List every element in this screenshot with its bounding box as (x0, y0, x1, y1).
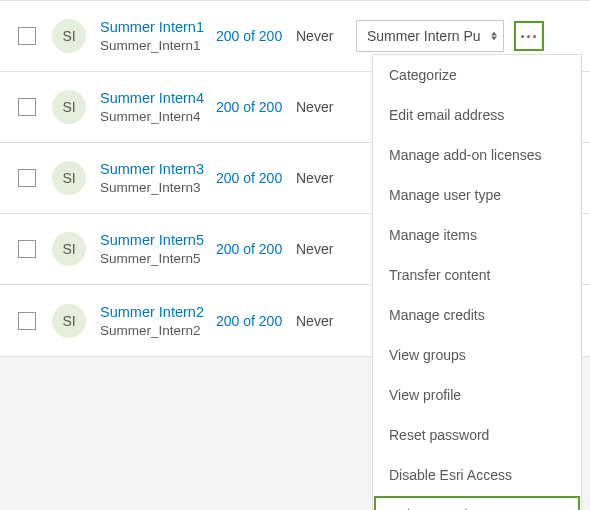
menu-item-categorize[interactable]: Categorize (373, 55, 581, 95)
username-text: Summer_Intern5 (100, 251, 216, 267)
name-cell: Summer Intern4Summer_Intern4 (100, 89, 216, 125)
username-text: Summer_Intern4 (100, 109, 216, 125)
menu-item-manage-add-on-licenses[interactable]: Manage add-on licenses (373, 135, 581, 175)
menu-item-manage-user-type[interactable]: Manage user type (373, 175, 581, 215)
row-checkbox[interactable] (18, 312, 36, 330)
display-name-link[interactable]: Summer Intern5 (100, 231, 216, 249)
display-name-link[interactable]: Summer Intern1 (100, 18, 216, 36)
row-checkbox[interactable] (18, 98, 36, 116)
credits-link[interactable]: 200 of 200 (216, 241, 296, 257)
menu-item-manage-items[interactable]: Manage items (373, 215, 581, 255)
name-cell: Summer Intern1Summer_Intern1 (100, 18, 216, 54)
avatar: SI (52, 90, 86, 124)
row-checkbox[interactable] (18, 169, 36, 187)
last-login-text: Never (296, 241, 356, 257)
credits-link[interactable]: 200 of 200 (216, 313, 296, 329)
context-menu: CategorizeEdit email addressManage add-o… (372, 54, 582, 510)
last-login-text: Never (296, 28, 356, 44)
credits-link[interactable]: 200 of 200 (216, 99, 296, 115)
menu-item-view-groups[interactable]: View groups (373, 335, 581, 375)
name-cell: Summer Intern2Summer_Intern2 (100, 303, 216, 339)
avatar: SI (52, 304, 86, 338)
username-text: Summer_Intern1 (100, 38, 216, 54)
credits-link[interactable]: 200 of 200 (216, 28, 296, 44)
menu-item-transfer-content[interactable]: Transfer content (373, 255, 581, 295)
display-name-link[interactable]: Summer Intern2 (100, 303, 216, 321)
role-select-value: Summer Intern Pu (367, 28, 481, 44)
last-login-text: Never (296, 313, 356, 329)
avatar: SI (52, 232, 86, 266)
display-name-link[interactable]: Summer Intern4 (100, 89, 216, 107)
username-text: Summer_Intern3 (100, 180, 216, 196)
avatar: SI (52, 19, 86, 53)
name-cell: Summer Intern5Summer_Intern5 (100, 231, 216, 267)
menu-item-edit-email-address[interactable]: Edit email address (373, 95, 581, 135)
select-caret-icon (491, 32, 497, 41)
display-name-link[interactable]: Summer Intern3 (100, 160, 216, 178)
last-login-text: Never (296, 99, 356, 115)
name-cell: Summer Intern3Summer_Intern3 (100, 160, 216, 196)
credits-link[interactable]: 200 of 200 (216, 170, 296, 186)
menu-item-disable-esri-access[interactable]: Disable Esri Access (373, 455, 581, 495)
menu-item-manage-credits[interactable]: Manage credits (373, 295, 581, 335)
row-checkbox[interactable] (18, 27, 36, 45)
menu-item-reset-password[interactable]: Reset password (373, 415, 581, 455)
avatar: SI (52, 161, 86, 195)
more-options-button[interactable] (514, 21, 544, 51)
role-select[interactable]: Summer Intern Pu (356, 20, 504, 52)
username-text: Summer_Intern2 (100, 323, 216, 339)
last-login-text: Never (296, 170, 356, 186)
menu-item-view-profile[interactable]: View profile (373, 375, 581, 415)
row-checkbox[interactable] (18, 240, 36, 258)
menu-item-delete-member[interactable]: Delete member (373, 495, 581, 510)
